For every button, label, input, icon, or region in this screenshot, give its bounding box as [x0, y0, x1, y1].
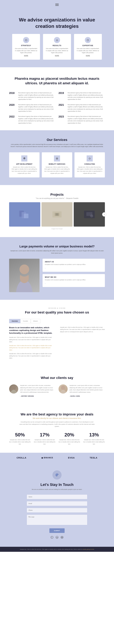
svg-point-8: [90, 214, 93, 218]
instagram-icon[interactable]: [61, 536, 63, 539]
hamburger-menu[interactable]: [55, 4, 59, 6]
message-textarea[interactable]: [27, 514, 87, 525]
expertise-text: Duis aute irure dolor in reprehenderit i…: [76, 48, 100, 54]
strategy-icon: ⬡: [23, 37, 29, 43]
stat-fifty-text: Sample text. Click to select the text bo…: [9, 439, 31, 445]
stat-seventeen-number: 17%: [34, 432, 56, 438]
cta-section: Let's Stay In Touch We are an ambitious …: [0, 463, 114, 546]
what-we-do-arrow-icon[interactable]: ›: [45, 282, 46, 284]
gallery-next-arrow[interactable]: ›: [102, 212, 107, 216]
year-2022: 2022: [9, 115, 16, 124]
stat-seventeen: 17% Sample text. Click to select the tex…: [34, 432, 56, 445]
name-input[interactable]: [27, 494, 87, 499]
contact-form: SUBMIT: [27, 494, 87, 533]
logo-binance: ◆ BINANCE: [41, 456, 53, 459]
timeline-item-2018: 2018 Recruitment Agency that strives to …: [9, 92, 55, 100]
business-heading: Large payments volume or unique business…: [9, 245, 105, 248]
results-icon: ◇: [54, 37, 60, 43]
maria-avatar: [59, 384, 68, 394]
business-section: Large payments volume or unique business…: [0, 237, 114, 300]
results-text: Duis aute irure dolor in reprehenderit i…: [45, 48, 69, 54]
year-2021: 2021: [59, 104, 65, 112]
services-cards-container: ⚙ APP DEVELOPMENT Sample text. Click to …: [9, 152, 105, 178]
projects-section: Projects "You can do anything you set yo…: [0, 185, 114, 237]
project-image-1: [9, 202, 40, 226]
mission-section: MISSION & VISION For our best quality yo…: [0, 300, 114, 368]
strategy-title: STRATEGY: [14, 44, 38, 46]
phone-input[interactable]: [27, 508, 87, 513]
hero-card-strategy: ⬡ STRATEGY Duis aute irure dolor in repr…: [12, 34, 40, 60]
email-input[interactable]: [27, 501, 87, 506]
facebook-icon[interactable]: f: [51, 536, 53, 539]
timeline-row-3: 2022 Recruitment Agency that strives to …: [9, 115, 105, 124]
logos-section: CROLLA ◆ BINANCE EVGA TESLA: [0, 453, 114, 463]
service-card-consulting: ◇ CONSULTING Sample text. Click to selec…: [75, 152, 105, 178]
stats-grid: 50% Sample text. Click to select the tex…: [9, 432, 105, 445]
mission-left-heading: Brave is an innovative web solution, whi…: [9, 326, 54, 335]
projects-quote: "You can do anything you set your mind t…: [9, 198, 105, 199]
mobility-text: Sample text. Click to select the text bo…: [44, 166, 70, 174]
consulting-title: CONSULTING: [77, 163, 103, 165]
consulting-text: Sample text. Click to select the text bo…: [77, 166, 103, 174]
submit-button[interactable]: SUBMIT: [49, 528, 65, 533]
svg-text:f: f: [52, 536, 52, 538]
maria-text: Sample text. Lorem ipsum dolor sit amet,…: [69, 384, 105, 393]
stat-twenty-text: Sample text. Click to select the text bo…: [59, 439, 80, 445]
project-image-2: [41, 202, 73, 226]
year-2019: 2019: [59, 92, 65, 100]
tab-mission[interactable]: Mission: [31, 319, 41, 323]
mission-right-text: Sample text. Click to select the text bo…: [60, 326, 105, 333]
timeline-item-2020: 2020 Recruitment Agency that strives to …: [9, 104, 55, 112]
cta-leaf-icon: [52, 470, 62, 480]
app-dev-title: APP DEVELOPMENT: [11, 163, 37, 165]
service-card-app-dev: ⚙ APP DEVELOPMENT Sample text. Click to …: [9, 152, 39, 178]
logo-evga: EVGA: [68, 456, 75, 459]
results-more-link[interactable]: MORE: [55, 55, 59, 56]
strategy-more-link[interactable]: MORE: [24, 55, 28, 56]
footer-text: Sample text. Click to select the text bo…: [20, 548, 82, 550]
expertise-title: EXPERTISE: [76, 44, 100, 46]
cta-heading: Let's Stay In Touch: [9, 482, 105, 487]
about-us-text: Excepteur sint occaecat cupidatat non pr…: [45, 264, 103, 266]
stat-seventeen-text: Sample text. Click to select the text bo…: [34, 439, 56, 445]
business-content: ABOUT US Excepteur sint occaecat cupidat…: [9, 259, 105, 292]
timeline-row-2: 2020 Recruitment Agency that strives to …: [9, 104, 105, 112]
mission-text-3: Sample text. Click to select the text bo…: [9, 352, 54, 359]
projects-gallery: ›: [9, 202, 105, 226]
testimonials-heading: What our clients say: [9, 376, 105, 380]
tab-overview[interactable]: Overview: [9, 319, 20, 323]
footer-link[interactable]: double giving me text: [83, 548, 94, 550]
social-icons-container: f tw: [9, 536, 105, 539]
mission-text-1: Sample text. Click to select the text bo…: [9, 336, 54, 343]
footer: Sample text. Click to select the text bo…: [0, 547, 114, 552]
hero-card-results: ◇ RESULTS Duis aute irure dolor in repre…: [43, 34, 71, 60]
name-field-container: [27, 494, 87, 499]
twitter-icon[interactable]: tw: [56, 536, 58, 539]
about-us-arrow-icon[interactable]: ›: [45, 267, 46, 269]
mobility-title: MOBILITY SERVICES: [44, 163, 70, 165]
timeline-text-2020: Recruitment Agency that strives to help …: [18, 104, 55, 112]
service-card-mobility: ◎ MOBILITY SERVICES Sample text. Click t…: [42, 152, 72, 178]
stat-thirteen-number: 13%: [83, 432, 105, 438]
svg-point-10: [11, 386, 16, 390]
project-image-3: [74, 202, 105, 226]
year-2020: 2020: [9, 104, 16, 112]
maria-name: - MARIA CHEN: [69, 395, 80, 397]
year-2018: 2018: [9, 92, 16, 100]
timeline-text-2022: Recruitment Agency that strives to help …: [18, 115, 55, 124]
stats-description: Everything that can be conveyed in order…: [19, 421, 95, 428]
services-section: Our Services Anim pariatur cliche repreh…: [0, 130, 114, 185]
hero-cards-container: ⬡ STRATEGY Duis aute irure dolor in repr…: [12, 34, 102, 60]
mission-label: MISSION & VISION: [9, 308, 105, 309]
timeline-text-2018: Recruitment Agency that strives to help …: [18, 92, 55, 100]
expertise-more-link[interactable]: MORE: [86, 55, 90, 56]
svg-point-11: [61, 386, 65, 390]
timeline-item-2023: 2023 Recruitment Agency that strives to …: [59, 115, 105, 124]
business-description: Sample text. Lorem ipsum dolor sit amet,…: [9, 250, 105, 254]
svg-point-16: [61, 536, 63, 538]
year-2023: 2023: [59, 115, 65, 124]
jeffrey-name: - JEFFREY BROWN: [20, 395, 34, 397]
navigation-bar: [0, 0, 114, 8]
tab-founder[interactable]: Founder: [20, 319, 31, 323]
timeline-heading: Pharetra magna ac placerat vestibulum le…: [9, 76, 105, 86]
